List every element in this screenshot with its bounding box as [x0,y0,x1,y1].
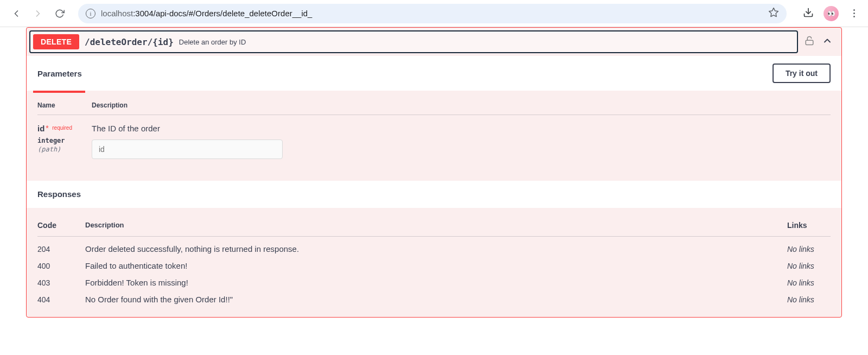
responses-body: Code Description Links 204 Order deleted… [27,208,841,317]
star-icon [768,7,779,18]
operation-summary-row: DELETE /deleteOrder/{id} Delete an order… [27,28,841,56]
avatar-face-icon: 👀 [827,10,835,17]
url-host: localhost [101,9,133,18]
url-text: localhost:3004/api-docs/#/Orders/delete_… [101,9,312,18]
responses-table-head: Code Description Links [37,221,831,237]
response-links: No links [787,245,831,253]
response-code: 404 [37,295,85,304]
response-code: 204 [37,245,85,253]
operation-block: DELETE /deleteOrder/{id} Delete an order… [26,27,842,318]
operation-description: Delete an order by ID [179,38,246,46]
profile-avatar[interactable]: 👀 [824,6,839,21]
response-header-links: Links [787,221,831,230]
dot-icon [853,12,855,14]
required-label: required [52,125,72,131]
reload-button[interactable] [52,6,67,21]
response-code: 403 [37,278,85,287]
responses-header: Responses [27,181,841,208]
try-it-out-button[interactable]: Try it out [773,64,831,83]
operation-path: /deleteOrder/{id} [85,37,174,47]
response-header-code: Code [37,221,85,230]
response-description: Failed to authenticate token! [85,261,787,270]
address-bar[interactable]: i localhost:3004/api-docs/#/Orders/delet… [78,4,787,23]
http-method-badge: DELETE [33,34,79,49]
browser-toolbar: i localhost:3004/api-docs/#/Orders/delet… [0,0,868,27]
required-star: * [46,124,48,132]
response-description: Forbidden! Token is missing! [85,278,787,287]
chevron-up-icon [822,35,833,46]
parameter-name: id [37,124,44,133]
url-path: :3004/api-docs/#/Orders/delete_deleteOrd… [133,9,312,18]
svg-marker-0 [769,8,778,16]
authorize-lock-button[interactable] [805,36,814,48]
unlock-icon [805,36,814,46]
parameters-header: Parameters Try it out [27,56,841,91]
svg-rect-2 [806,40,813,45]
parameter-meta: id* required integer (path) [37,124,92,159]
download-icon [803,7,814,18]
response-description: Order deleted successfully, nothing is r… [85,244,787,253]
response-header-description: Description [85,221,787,230]
toolbar-right: 👀 [803,6,859,21]
collapse-toggle[interactable] [822,35,833,48]
dot-icon [853,16,855,17]
parameters-body: Name Description id* required integer (p… [27,93,841,181]
bookmark-button[interactable] [768,7,779,20]
parameter-description-cell: The ID of the order [92,124,831,159]
arrow-right-icon [33,8,43,19]
parameter-row: id* required integer (path) The ID of th… [37,115,831,159]
response-row: 403 Forbidden! Token is missing! No link… [37,270,831,287]
parameter-description: The ID of the order [92,124,831,133]
parameters-title: Parameters [37,69,82,78]
response-row: 404 No Order found with the given Order … [37,287,831,304]
site-info-icon[interactable]: i [86,9,95,18]
response-row: 400 Failed to authenticate token! No lin… [37,253,831,270]
parameters-table: Name Description id* required integer (p… [37,102,831,159]
downloads-button[interactable] [803,7,814,20]
forward-button[interactable] [30,6,46,21]
parameter-type: integer [37,137,92,144]
browser-menu-button[interactable] [848,9,859,17]
param-header-name: Name [37,102,92,109]
reload-icon [55,9,65,18]
parameter-input[interactable] [92,140,283,159]
response-links: No links [787,278,831,287]
page-content: DELETE /deleteOrder/{id} Delete an order… [0,27,868,334]
arrow-left-icon [11,8,22,19]
response-code: 400 [37,262,85,270]
response-links: No links [787,262,831,270]
back-button[interactable] [9,6,24,21]
parameter-name-line: id* required [37,124,92,134]
response-description: No Order found with the given Order Id!!… [85,295,787,304]
response-row: 204 Order deleted successfully, nothing … [37,237,831,253]
operation-summary[interactable]: DELETE /deleteOrder/{id} Delete an order… [29,30,798,53]
response-links: No links [787,295,831,304]
responses-title: Responses [37,189,81,199]
dot-icon [853,9,855,11]
parameters-table-head: Name Description [37,102,831,115]
param-header-description: Description [92,102,127,109]
parameter-in: (path) [37,145,92,153]
